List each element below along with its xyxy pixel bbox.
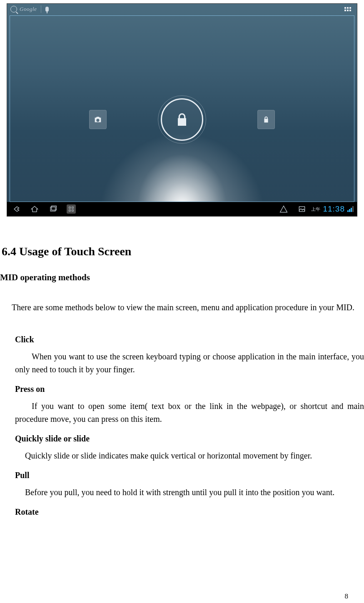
svg-rect-5 (72, 210, 74, 212)
camera-icon (93, 115, 102, 124)
google-search-label[interactable]: Google (20, 6, 37, 12)
recent-icon (49, 205, 57, 213)
subheading: MID operating methods (0, 272, 364, 283)
page-number: 8 (345, 592, 349, 601)
image-icon (298, 205, 306, 213)
method-body: When you want to use the screen keyboard… (15, 350, 364, 376)
notification-warning[interactable] (274, 202, 293, 216)
home-icon (30, 205, 39, 213)
warning-icon (279, 205, 288, 213)
signal-icon (347, 206, 354, 212)
method-body: Quickly slide or slide indicates make qu… (25, 449, 364, 462)
method-title: Quickly slide or slide (15, 434, 364, 444)
svg-rect-1 (52, 206, 57, 210)
screenshot-button[interactable] (62, 202, 80, 216)
lock-icon (174, 111, 190, 128)
svg-rect-4 (69, 210, 71, 212)
intro-paragraph: There are some methods below to view the… (0, 301, 364, 314)
back-button[interactable] (7, 202, 25, 216)
unlock-ring[interactable] (161, 98, 203, 141)
method-body: If you want to open some item( text box … (15, 400, 364, 426)
recent-apps-button[interactable] (44, 202, 62, 216)
camera-shortcut[interactable] (89, 110, 107, 129)
svg-rect-3 (72, 207, 74, 209)
clock-ampm: 上午 (311, 206, 320, 212)
notification-image[interactable] (293, 202, 311, 216)
app-drawer-icon[interactable] (344, 7, 351, 11)
secure-shortcut[interactable] (257, 110, 275, 129)
svg-rect-0 (50, 207, 55, 211)
navigation-bar: 上午 11:38 (7, 202, 357, 216)
method-body: Before you pull, you need to hold it wit… (25, 486, 364, 499)
separator (41, 5, 41, 13)
search-icon[interactable] (10, 6, 17, 12)
method-title: Press on (15, 384, 364, 394)
methods-list: Click When you want to use the screen ke… (0, 335, 364, 517)
clock-area[interactable]: 上午 11:38 (311, 204, 354, 214)
svg-rect-2 (69, 207, 71, 209)
section-heading: 6.4 Usage of Touch Screen (2, 245, 364, 258)
status-bar-top: Google (7, 4, 357, 15)
home-button[interactable] (25, 202, 44, 216)
qr-icon (68, 206, 74, 212)
method-title: Pull (15, 471, 364, 480)
tablet-screenshot: Google (7, 3, 357, 217)
method-title: Rotate (15, 507, 364, 517)
svg-rect-6 (299, 207, 305, 212)
back-icon (12, 205, 20, 213)
microphone-icon[interactable] (45, 7, 49, 12)
method-title: Click (15, 335, 364, 344)
lock-screen-area (10, 15, 354, 202)
clock-time: 11:38 (323, 204, 345, 214)
lock-small-icon (262, 115, 271, 124)
